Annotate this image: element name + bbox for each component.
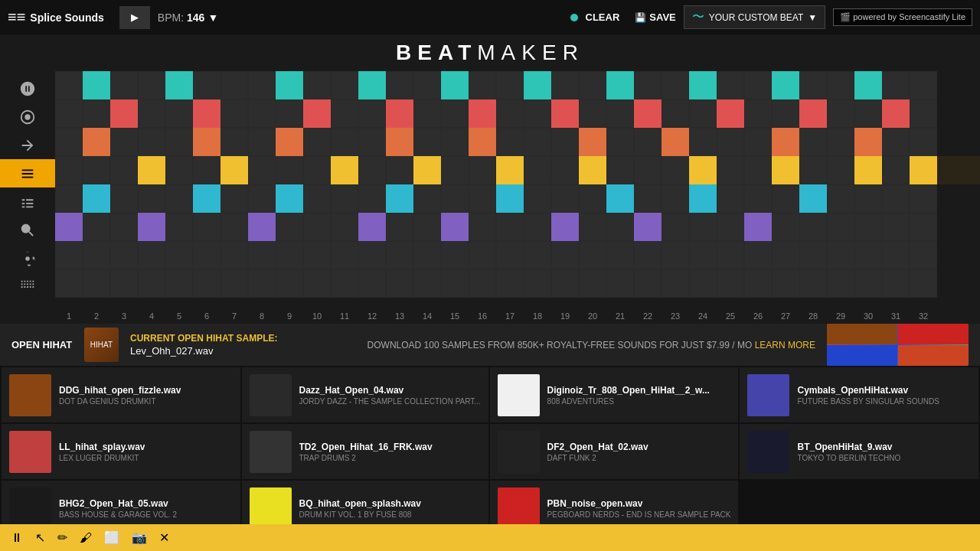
grid-cell-5-28[interactable] bbox=[799, 213, 827, 241]
grid-cell-2-18[interactable] bbox=[524, 128, 551, 156]
grid-cell-0-28[interactable] bbox=[799, 71, 827, 99]
clear-button[interactable]: CLEAR bbox=[586, 11, 620, 23]
grid-cell-5-8[interactable] bbox=[248, 213, 276, 241]
grid-cell-7-11[interactable] bbox=[331, 269, 358, 298]
grid-cell-7-28[interactable] bbox=[799, 269, 827, 298]
grid-cell-6-12[interactable] bbox=[358, 241, 386, 269]
grid-cell-3-6[interactable] bbox=[193, 156, 220, 184]
grid-cell-2-23[interactable] bbox=[662, 128, 689, 156]
grid-cell-0-10[interactable] bbox=[303, 71, 331, 99]
grid-cell-4-30[interactable] bbox=[854, 184, 882, 213]
grid-cell-0-30[interactable] bbox=[854, 71, 882, 99]
sidebar-item-0[interactable] bbox=[0, 74, 55, 103]
learn-more-link[interactable]: LEARN MORE bbox=[755, 340, 815, 350]
grid-cell-3-22[interactable] bbox=[634, 156, 662, 184]
grid-cell-5-19[interactable] bbox=[551, 213, 579, 241]
grid-cell-3-1[interactable] bbox=[55, 156, 83, 184]
grid-cell-6-11[interactable] bbox=[331, 241, 358, 269]
sample-item[interactable]: Diginoiz_Tr_808_Open_HiHat__2_w...808 AD… bbox=[490, 367, 739, 422]
grid-cell-7-19[interactable] bbox=[551, 269, 579, 298]
grid-cell-7-6[interactable] bbox=[193, 269, 220, 298]
grid-cell-0-12[interactable] bbox=[358, 71, 386, 99]
sidebar-item-7[interactable] bbox=[0, 272, 55, 301]
grid-cell-2-3[interactable] bbox=[110, 128, 138, 156]
sample-item[interactable]: DF2_Open_Hat_02.wavDAFT FUNK 2 bbox=[490, 424, 739, 479]
grid-cell-7-30[interactable] bbox=[854, 269, 882, 298]
grid-cell-2-22[interactable] bbox=[634, 128, 662, 156]
grid-cell-4-23[interactable] bbox=[662, 184, 689, 213]
grid-cell-2-27[interactable] bbox=[772, 128, 799, 156]
grid-cell-4-5[interactable] bbox=[165, 184, 193, 213]
grid-cell-0-17[interactable] bbox=[496, 71, 524, 99]
sidebar-item-1[interactable] bbox=[0, 103, 55, 131]
grid-cell-6-14[interactable] bbox=[413, 241, 441, 269]
grid-cell-5-20[interactable] bbox=[579, 213, 606, 241]
grid-cell-4-21[interactable] bbox=[606, 184, 634, 213]
grid-cell-1-16[interactable] bbox=[469, 99, 496, 128]
sample-item[interactable]: BT_OpenHiHat_9.wavTOKYO TO BERLIN TECHNO bbox=[740, 424, 978, 479]
grid-cell-4-19[interactable] bbox=[551, 184, 579, 213]
grid-cell-6-4[interactable] bbox=[138, 241, 165, 269]
grid-cell-0-4[interactable] bbox=[138, 71, 165, 99]
grid-cell-6-9[interactable] bbox=[276, 241, 303, 269]
grid-cell-7-18[interactable] bbox=[524, 269, 551, 298]
grid-cell-0-2[interactable] bbox=[83, 71, 110, 99]
grid-cell-3-12[interactable] bbox=[358, 156, 386, 184]
grid-cell-6-24[interactable] bbox=[689, 241, 717, 269]
grid-cell-0-21[interactable] bbox=[606, 71, 634, 99]
grid-cell-3-10[interactable] bbox=[303, 156, 331, 184]
grid-cell-6-32[interactable] bbox=[910, 241, 937, 269]
grid-cell-4-29[interactable] bbox=[827, 184, 854, 213]
grid-cell-6-18[interactable] bbox=[524, 241, 551, 269]
grid-cell-5-3[interactable] bbox=[110, 213, 138, 241]
grid-cell-2-1[interactable] bbox=[55, 128, 83, 156]
grid-cell-0-7[interactable] bbox=[220, 71, 248, 99]
grid-cell-5-14[interactable] bbox=[413, 213, 441, 241]
grid-cell-3-18[interactable] bbox=[524, 156, 551, 184]
grid-cell-3-5[interactable] bbox=[165, 156, 193, 184]
grid-cell-1-6[interactable] bbox=[193, 99, 220, 128]
grid-cell-0-5[interactable] bbox=[165, 71, 193, 99]
grid-cell-4-22[interactable] bbox=[634, 184, 662, 213]
grid-cell-5-32[interactable] bbox=[910, 213, 937, 241]
grid-cell-0-31[interactable] bbox=[882, 71, 910, 99]
grid-cell-2-2[interactable] bbox=[83, 128, 110, 156]
grid-cell-2-16[interactable] bbox=[469, 128, 496, 156]
play-button[interactable]: ▶ bbox=[119, 6, 150, 29]
grid-cell-1-3[interactable] bbox=[110, 99, 138, 128]
grid-cell-6-3[interactable] bbox=[110, 241, 138, 269]
grid-cell-5-16[interactable] bbox=[469, 213, 496, 241]
grid-cell-2-4[interactable] bbox=[138, 128, 165, 156]
grid-cell-0-26[interactable] bbox=[744, 71, 772, 99]
sample-item[interactable]: Cymbals_OpenHiHat.wavFUTURE BASS BY SING… bbox=[740, 367, 978, 422]
grid-cell-1-25[interactable] bbox=[717, 99, 744, 128]
grid-cell-0-8[interactable] bbox=[248, 71, 276, 99]
grid-cell-2-24[interactable] bbox=[689, 128, 717, 156]
grid-cell-7-9[interactable] bbox=[276, 269, 303, 298]
grid-cell-6-26[interactable] bbox=[744, 241, 772, 269]
grid-cell-1-32[interactable] bbox=[910, 99, 937, 128]
grid-cell-3-27[interactable] bbox=[772, 156, 799, 184]
grid-cell-1-18[interactable] bbox=[524, 99, 551, 128]
grid-cell-4-20[interactable] bbox=[579, 184, 606, 213]
custom-beat-button[interactable]: 〜 YOUR CUSTOM BEAT ▼ bbox=[684, 5, 825, 29]
grid-cell-7-17[interactable] bbox=[496, 269, 524, 298]
grid-cell-1-1[interactable] bbox=[55, 99, 83, 128]
grid-cell-7-23[interactable] bbox=[662, 269, 689, 298]
grid-cell-0-27[interactable] bbox=[772, 71, 799, 99]
grid-cell-7-13[interactable] bbox=[386, 269, 413, 298]
grid-cell-4-8[interactable] bbox=[248, 184, 276, 213]
grid-cell-2-10[interactable] bbox=[303, 128, 331, 156]
grid-cell-6-21[interactable] bbox=[606, 241, 634, 269]
grid-cell-5-25[interactable] bbox=[717, 213, 744, 241]
grid-cell-3-13[interactable] bbox=[386, 156, 413, 184]
grid-cell-4-12[interactable] bbox=[358, 184, 386, 213]
grid-cell-4-31[interactable] bbox=[882, 184, 910, 213]
sidebar-item-2[interactable] bbox=[0, 131, 55, 159]
grid-cell-5-13[interactable] bbox=[386, 213, 413, 241]
grid-cell-0-19[interactable] bbox=[551, 71, 579, 99]
grid-cell-2-8[interactable] bbox=[248, 128, 276, 156]
grid-cell-7-14[interactable] bbox=[413, 269, 441, 298]
grid-cell-2-29[interactable] bbox=[827, 128, 854, 156]
grid-cell-5-22[interactable] bbox=[634, 213, 662, 241]
